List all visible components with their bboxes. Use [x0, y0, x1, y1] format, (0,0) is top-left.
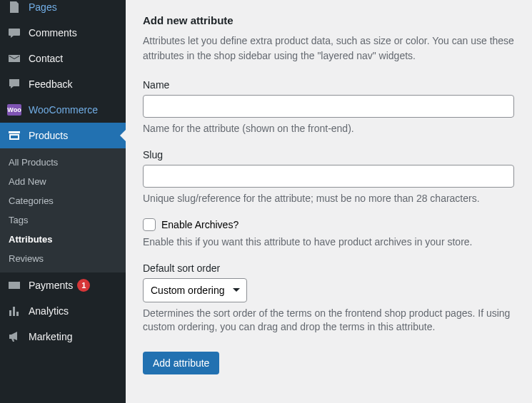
- submenu-categories[interactable]: Categories: [0, 191, 126, 210]
- sidebar-item-payments[interactable]: Payments 1: [0, 272, 126, 298]
- field-slug: Slug Unique slug/reference for the attri…: [143, 149, 515, 206]
- field-sort-order: Default sort order Custom ordering Deter…: [143, 262, 515, 335]
- sidebar-item-label: Payments: [29, 280, 73, 291]
- page-icon: [7, 0, 21, 14]
- feedback-icon: [7, 77, 21, 91]
- slug-label: Slug: [143, 149, 515, 160]
- sidebar-item-marketing[interactable]: Marketing: [0, 324, 126, 350]
- submenu-reviews[interactable]: Reviews: [0, 249, 126, 268]
- slug-help: Unique slug/reference for the attribute;…: [143, 192, 515, 206]
- sort-help: Determines the sort order of the terms o…: [143, 307, 515, 335]
- submenu-add-new[interactable]: Add New: [0, 172, 126, 191]
- sidebar-item-comments[interactable]: Comments: [0, 20, 126, 46]
- megaphone-icon: [7, 330, 21, 344]
- add-attribute-button[interactable]: Add attribute: [143, 352, 219, 374]
- sidebar-item-label: Analytics: [29, 305, 69, 317]
- products-icon: [7, 128, 21, 143]
- sidebar-item-contact[interactable]: Contact: [0, 46, 126, 71]
- sidebar-item-label: Contact: [29, 53, 63, 64]
- sidebar-item-products[interactable]: Products: [0, 123, 126, 148]
- name-help: Name for the attribute (shown on the fro…: [143, 122, 515, 136]
- sidebar-item-label: Comments: [29, 27, 77, 39]
- archives-checkbox[interactable]: [143, 218, 156, 231]
- products-submenu: All Products Add New Categories Tags Att…: [0, 148, 126, 272]
- analytics-icon: [7, 304, 21, 318]
- submenu-attributes[interactable]: Attributes: [0, 230, 126, 249]
- sidebar-item-label: Feedback: [29, 78, 72, 90]
- sidebar-item-label: Pages: [29, 1, 57, 13]
- sidebar-item-pages[interactable]: Pages: [0, 0, 126, 20]
- page-description: Attributes let you define extra product …: [143, 34, 515, 63]
- sidebar-item-label: WooCommerce: [29, 104, 98, 116]
- page-title: Add new attribute: [143, 14, 515, 26]
- admin-sidebar: Pages Comments Contact Feedback Woo WooC…: [0, 0, 126, 403]
- sidebar-item-analytics[interactable]: Analytics: [0, 298, 126, 324]
- sidebar-item-feedback[interactable]: Feedback: [0, 71, 126, 97]
- submenu-all-products[interactable]: All Products: [0, 153, 126, 172]
- woocommerce-icon: Woo: [7, 103, 21, 117]
- field-archives: Enable Archives? Enable this if you want…: [143, 218, 515, 250]
- comment-icon: [7, 26, 21, 40]
- name-label: Name: [143, 79, 515, 91]
- submenu-tags[interactable]: Tags: [0, 210, 126, 230]
- sort-label: Default sort order: [143, 262, 515, 274]
- sidebar-item-woocommerce[interactable]: Woo WooCommerce: [0, 97, 126, 123]
- sidebar-item-label: Products: [29, 130, 68, 141]
- slug-input[interactable]: [143, 165, 514, 188]
- payments-icon: [7, 278, 21, 292]
- archives-label: Enable Archives?: [161, 219, 239, 230]
- payments-badge: 1: [77, 279, 90, 292]
- name-input[interactable]: [143, 95, 514, 118]
- archives-help: Enable this if you want this attribute t…: [143, 235, 515, 250]
- sort-select[interactable]: Custom ordering: [143, 278, 247, 302]
- main-content: Add new attribute Attributes let you def…: [126, 0, 532, 403]
- field-name: Name Name for the attribute (shown on th…: [143, 79, 515, 136]
- sidebar-item-label: Marketing: [29, 331, 72, 342]
- mail-icon: [7, 51, 21, 66]
